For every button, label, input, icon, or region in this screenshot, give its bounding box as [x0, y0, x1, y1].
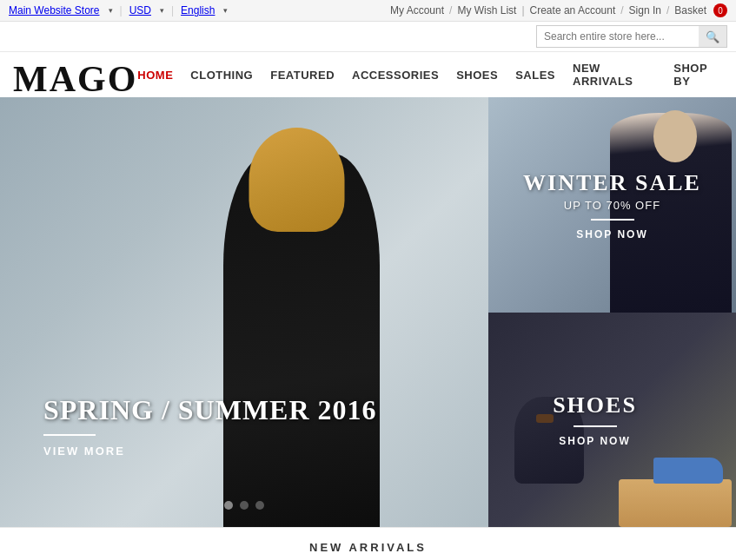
hero-overlay: SPRING / SUMMER 2016 VIEW MORE: [43, 395, 377, 458]
hero-divider: [43, 434, 96, 436]
banner-winter-text: WINTER SALE UP TO 70% OFF SHOP NOW: [523, 170, 701, 240]
backpack-strap: [536, 414, 554, 423]
sep-create: /: [620, 4, 623, 16]
header: MAGO HOME CLOTHING FEATURED ACCESSORIES …: [0, 52, 736, 97]
banner-shoes-title: SHOES: [553, 392, 637, 418]
banner-winter[interactable]: WINTER SALE UP TO 70% OFF SHOP NOW: [488, 97, 736, 313]
wish-list-link[interactable]: My Wish List: [457, 4, 516, 16]
top-bar-left: Main Website Store ▾ | USD ▾ | English ▾: [9, 4, 228, 16]
main-website-store-link[interactable]: Main Website Store: [9, 4, 100, 16]
suitcase-shape: [619, 479, 732, 527]
hero-scene: [0, 97, 488, 527]
top-bar-right: My Account / My Wish List | Create an Ac…: [390, 3, 727, 17]
nav-item-shoes[interactable]: SHOES: [456, 69, 498, 82]
banner-shoes-text: SHOES SHOP NOW: [553, 392, 637, 447]
banner-winter-subtitle: UP TO 70% OFF: [523, 199, 701, 212]
right-banners: WINTER SALE UP TO 70% OFF SHOP NOW SHOES…: [488, 97, 736, 527]
search-input[interactable]: [537, 26, 699, 47]
nav-item-shop-by[interactable]: SHOP BY: [673, 62, 723, 88]
dot-2[interactable]: [240, 501, 249, 510]
banner-winter-shop-now[interactable]: SHOP NOW: [576, 228, 647, 240]
search-bar: 🔍: [0, 22, 736, 52]
winter-man-head: [653, 110, 697, 162]
banner-shoes-divider: [574, 425, 617, 427]
nav-item-featured[interactable]: FEATURED: [270, 69, 335, 82]
hero-title: SPRING / SUMMER 2016: [43, 395, 377, 425]
my-account-link[interactable]: My Account: [390, 4, 444, 16]
create-account-link[interactable]: Create an Account: [530, 4, 616, 16]
dot-1[interactable]: [224, 501, 233, 510]
search-button[interactable]: 🔍: [699, 26, 726, 47]
hero-figure-container: [206, 110, 397, 527]
basket-count-badge: 0: [713, 3, 727, 17]
basket-link[interactable]: Basket: [674, 4, 706, 16]
blue-shoe-shape: [653, 458, 723, 484]
separator-1: |: [120, 4, 123, 16]
dropdown-arrow-currency: ▾: [160, 6, 164, 15]
dropdown-arrow-language: ▾: [223, 6, 228, 15]
main-nav: HOME CLOTHING FEATURED ACCESSORIES SHOES…: [137, 62, 723, 96]
separator-2: |: [171, 4, 174, 16]
hero-slider[interactable]: SPRING / SUMMER 2016 VIEW MORE: [0, 97, 488, 527]
nav-item-clothing[interactable]: CLOTHING: [190, 69, 253, 82]
hero-hair: [249, 128, 345, 232]
hero-dots: [224, 501, 264, 510]
nav-item-sales[interactable]: SALES: [515, 69, 555, 82]
dot-3[interactable]: [255, 501, 264, 510]
nav-item-accessories[interactable]: ACCESSORIES: [352, 69, 439, 82]
top-bar: Main Website Store ▾ | USD ▾ | English ▾…: [0, 0, 736, 22]
banner-shoes[interactable]: SHOES SHOP NOW: [488, 313, 736, 527]
main-content: SPRING / SUMMER 2016 VIEW MORE WINTER SA…: [0, 97, 736, 527]
dropdown-arrow-store: ▾: [109, 6, 113, 15]
hero-view-more-link[interactable]: VIEW MORE: [43, 445, 125, 458]
sep-account: /: [449, 4, 452, 16]
sign-in-link[interactable]: Sign In: [629, 4, 661, 16]
bottom-section: NEW ARRIVALS: [0, 527, 736, 558]
language-link[interactable]: English: [181, 4, 215, 16]
search-icon: 🔍: [706, 30, 719, 43]
new-arrivals-title: NEW ARRIVALS: [0, 541, 736, 554]
banner-shoes-shop-now[interactable]: SHOP NOW: [559, 435, 630, 447]
logo: MAGO: [13, 61, 137, 97]
sep-wish: |: [521, 4, 524, 16]
nav-item-new-arrivals[interactable]: NEW ARRIVALS: [573, 62, 656, 88]
nav-item-home[interactable]: HOME: [137, 69, 173, 82]
sep-sign: /: [666, 4, 669, 16]
banner-winter-title: WINTER SALE: [523, 170, 701, 196]
currency-link[interactable]: USD: [129, 4, 151, 16]
banner-winter-divider: [591, 219, 634, 221]
search-wrap: 🔍: [536, 25, 727, 48]
